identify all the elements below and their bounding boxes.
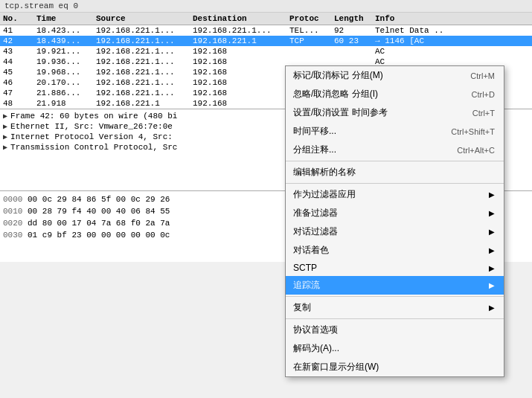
menu-item-show-in-new-window[interactable]: 在新窗口显示分组(W) <box>286 358 504 376</box>
packet-list-header: No. Time Source Destination Protoc Lengt… <box>0 13 532 25</box>
menu-label: 准备过滤器 <box>293 207 338 219</box>
col-header-time: Time <box>36 14 96 23</box>
expand-arrow: ▶ <box>3 132 7 141</box>
col-header-length: Length <box>334 14 375 23</box>
expand-arrow: ▶ <box>3 112 7 121</box>
menu-label: 对话着色 <box>293 244 329 257</box>
menu-item-edit-resolved[interactable]: 编辑解析的名称 <box>286 163 504 182</box>
menu-label: 在新窗口显示分组(W) <box>293 361 379 373</box>
submenu-arrow: ▶ <box>489 190 495 199</box>
submenu-arrow: ▶ <box>489 281 495 289</box>
menu-item-protocol-prefs[interactable]: 协议首选项 <box>286 321 504 339</box>
expand-arrow: ▶ <box>3 122 7 131</box>
menu-label: 时间平移... <box>293 125 336 138</box>
col-header-protocol: Protoc <box>289 14 334 23</box>
shortcut-label: Ctrl+D <box>472 90 495 99</box>
detail-text: Ethernet II, Src: Vmware_26:7e:0e <box>10 122 173 131</box>
submenu-arrow: ▶ <box>489 264 495 272</box>
shortcut-label: Ctrl+Alt+C <box>457 146 495 155</box>
submenu-arrow: ▶ <box>489 228 495 236</box>
menu-label: SCTP <box>293 263 317 273</box>
menu-item-mark[interactable]: 标记/取消标记 分组(M)Ctrl+M <box>286 66 504 85</box>
menu-item-ignore[interactable]: 忽略/取消忽略 分组(I)Ctrl+D <box>286 85 504 103</box>
menu-label: 编辑解析的名称 <box>293 166 356 179</box>
shortcut-label: Ctrl+T <box>472 109 495 118</box>
menu-separator <box>286 161 504 161</box>
col-header-info: Info <box>375 14 529 23</box>
menu-item-decode-as[interactable]: 解码为(A)... <box>286 339 504 358</box>
menu-label: 作为过滤器应用 <box>293 188 356 201</box>
menu-item-packet-comment[interactable]: 分组注释...Ctrl+Alt+C <box>286 141 504 159</box>
menu-item-sctp[interactable]: SCTP▶ <box>286 260 504 276</box>
submenu-arrow: ▶ <box>489 304 495 312</box>
detail-text: Frame 42: 60 bytes on wire (480 bi <box>10 112 177 121</box>
context-menu: 标记/取消标记 分组(M)Ctrl+M忽略/取消忽略 分组(I)Ctrl+D设置… <box>285 65 504 377</box>
shortcut-label: Ctrl+M <box>470 71 495 80</box>
menu-item-follow-stream[interactable]: 追踪流▶ <box>286 276 504 295</box>
detail-text: Internet Protocol Version 4, Src: <box>10 132 173 141</box>
title-text: tcp.stream eq 0 <box>4 1 78 10</box>
menu-separator <box>286 296 504 297</box>
menu-separator <box>286 183 504 184</box>
col-header-destination: Destination <box>193 14 289 23</box>
menu-separator <box>286 318 504 319</box>
menu-item-conversation-filter[interactable]: 对话过滤器▶ <box>286 222 504 241</box>
menu-label: 追踪流 <box>293 279 320 292</box>
menu-item-colorize-conversation[interactable]: 对话着色▶ <box>286 241 504 260</box>
submenu-arrow: ▶ <box>489 246 495 254</box>
menu-label: 对话过滤器 <box>293 225 338 238</box>
menu-label: 协议首选项 <box>293 324 338 336</box>
expand-arrow: ▶ <box>3 143 7 152</box>
menu-item-time-ref[interactable]: 设置/取消设置 时间参考Ctrl+T <box>286 103 504 122</box>
menu-item-prepare-filter[interactable]: 准备过滤器▶ <box>286 204 504 222</box>
col-header-source: Source <box>96 14 193 23</box>
table-row[interactable]: 43 19.921... 192.168.221.1... 192.168 AC <box>0 46 532 57</box>
menu-label: 标记/取消标记 分组(M) <box>293 69 383 82</box>
table-row[interactable]: 41 18.423... 192.168.221.1... 192.168.22… <box>0 25 532 36</box>
menu-label: 分组注释... <box>293 144 336 156</box>
menu-label: 设置/取消设置 时间参考 <box>293 106 388 119</box>
menu-item-copy[interactable]: 复制▶ <box>286 298 504 317</box>
menu-item-apply-filter[interactable]: 作为过滤器应用▶ <box>286 185 504 204</box>
menu-item-time-shift[interactable]: 时间平移...Ctrl+Shift+T <box>286 122 504 141</box>
detail-text: Transmission Control Protocol, Src <box>10 143 177 152</box>
table-row[interactable]: 42 18.439... 192.168.221.1... 192.168.22… <box>0 36 532 46</box>
title-bar: tcp.stream eq 0 <box>0 0 532 13</box>
menu-label: 忽略/取消忽略 分组(I) <box>293 88 378 100</box>
menu-label: 解码为(A)... <box>293 342 339 355</box>
submenu-arrow: ▶ <box>489 209 495 217</box>
menu-label: 复制 <box>293 301 311 314</box>
shortcut-label: Ctrl+Shift+T <box>451 127 495 136</box>
col-header-no: No. <box>3 14 36 23</box>
